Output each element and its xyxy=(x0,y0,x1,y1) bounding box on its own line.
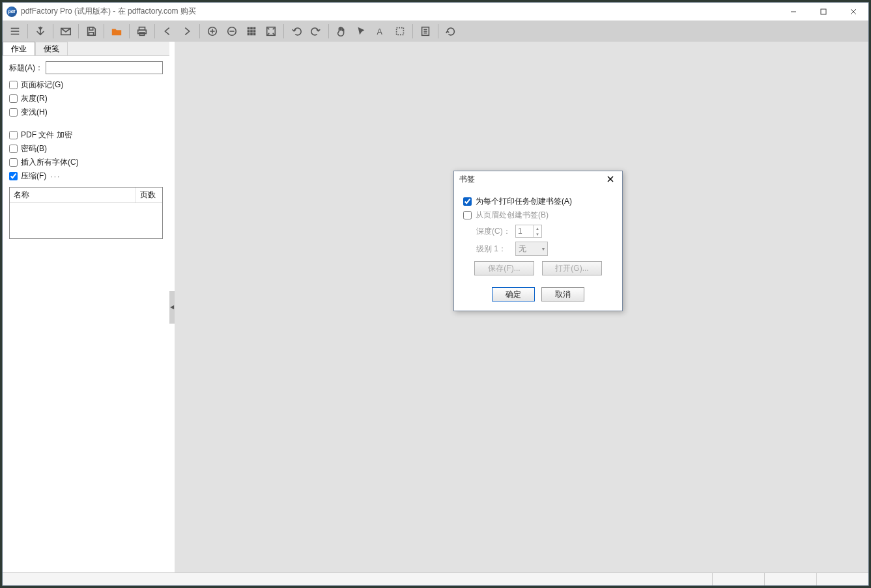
refresh-icon[interactable] xyxy=(441,22,461,40)
dialog-titlebar[interactable]: 书签 xyxy=(454,171,622,187)
app-icon: pdf xyxy=(7,7,17,17)
depth-spinner[interactable]: ▲▼ xyxy=(515,225,542,238)
zoom-in-icon[interactable] xyxy=(203,22,222,40)
spin-up-icon[interactable]: ▲ xyxy=(534,225,541,231)
compress-checkbox[interactable]: 压缩(F)··· xyxy=(9,171,163,182)
separator xyxy=(53,24,53,38)
tab-job[interactable]: 作业 xyxy=(3,42,35,55)
dialog-title: 书签 xyxy=(459,174,475,185)
job-panel: 标题(A)： 页面标记(G) 灰度(R) 变浅(H) PDF 文件 加密 密码(… xyxy=(3,56,169,244)
save-icon[interactable] xyxy=(81,22,101,40)
pdf-icon[interactable] xyxy=(31,22,50,40)
mail-icon[interactable] xyxy=(56,22,76,40)
title-field-row: 标题(A)： xyxy=(9,61,163,74)
minimize-button[interactable] xyxy=(778,3,808,21)
separator xyxy=(328,24,329,38)
zoom-out-icon[interactable] xyxy=(222,22,242,40)
svg-rect-20 xyxy=(253,27,256,30)
svg-rect-29 xyxy=(397,28,404,35)
sidebar: 作业 便笺 标题(A)： 页面标记(G) 灰度(R) 变浅(H) PDF 文件 … xyxy=(3,42,169,572)
depth-input[interactable] xyxy=(516,225,533,237)
separator xyxy=(27,24,28,38)
separator xyxy=(199,24,200,38)
svg-rect-19 xyxy=(250,27,253,30)
close-button[interactable] xyxy=(838,3,868,21)
ok-button[interactable]: 确定 xyxy=(492,287,535,301)
back-icon[interactable] xyxy=(158,22,177,40)
separator xyxy=(104,24,104,38)
status-cell-1 xyxy=(712,573,764,585)
sidebar-tabs: 作业 便笺 xyxy=(3,42,169,56)
password-checkbox[interactable]: 密码(B) xyxy=(9,143,163,154)
svg-rect-24 xyxy=(248,33,250,36)
pointer-icon[interactable] xyxy=(351,22,371,40)
separator xyxy=(129,24,130,38)
encrypt-checkbox[interactable]: PDF 文件 加密 xyxy=(9,130,163,141)
separator xyxy=(283,24,284,38)
tab-notes[interactable]: 便笺 xyxy=(35,42,68,55)
gray-checkbox[interactable]: 灰度(R) xyxy=(9,93,163,104)
fade-checkbox[interactable]: 变浅(H) xyxy=(9,107,163,118)
redo-icon[interactable] xyxy=(306,22,326,40)
content-area[interactable]: 书签 为每个打印任务创建书签(A) 从页眉处创建书签(B) 深度(C)： ▲▼ xyxy=(175,42,868,572)
statusbar xyxy=(3,572,868,585)
fit-icon[interactable] xyxy=(261,22,281,40)
svg-rect-11 xyxy=(138,30,147,33)
level-combo[interactable]: 无 ▾ xyxy=(515,242,548,256)
col-name[interactable]: 名称 xyxy=(10,188,136,203)
compress-more-icon[interactable]: ··· xyxy=(50,172,61,181)
page-mark-checkbox[interactable]: 页面标记(G) xyxy=(9,79,163,91)
svg-rect-26 xyxy=(253,33,256,36)
opt-each-job-checkbox[interactable]: 为每个打印任务创建书签(A) xyxy=(463,196,613,207)
dialog-footer: 确定 取消 xyxy=(463,287,613,301)
col-pages[interactable]: 页数 xyxy=(136,188,162,203)
text-icon[interactable]: A xyxy=(371,22,390,40)
spinner-buttons[interactable]: ▲▼ xyxy=(533,225,541,237)
separator xyxy=(154,24,155,38)
bookmark-dialog: 书签 为每个打印任务创建书签(A) 从页眉处创建书签(B) 深度(C)： ▲▼ xyxy=(453,171,623,311)
window-title: pdfFactory Pro (试用版本) - 在 pdffactory.com… xyxy=(21,6,196,17)
svg-rect-18 xyxy=(248,27,250,30)
embed-fonts-checkbox[interactable]: 插入所有字体(C) xyxy=(9,157,163,168)
svg-rect-8 xyxy=(89,27,93,31)
svg-rect-22 xyxy=(250,30,253,33)
open-button[interactable]: 打开(G)... xyxy=(542,261,602,275)
depth-label: 深度(C)： xyxy=(476,226,515,237)
opt-from-header-checkbox[interactable]: 从页眉处创建书签(B) xyxy=(463,210,613,221)
note-icon[interactable] xyxy=(416,22,435,40)
spin-down-icon[interactable]: ▼ xyxy=(534,231,541,237)
list-header: 名称 页数 xyxy=(10,188,162,203)
hand-icon[interactable] xyxy=(332,22,351,40)
level-label: 级别 1： xyxy=(476,244,515,255)
cancel-button[interactable]: 取消 xyxy=(541,287,584,301)
menu-icon[interactable] xyxy=(5,22,25,40)
splitter-handle-icon[interactable]: ◀ xyxy=(169,291,175,324)
grid-icon[interactable] xyxy=(242,22,261,40)
depth-row: 深度(C)： ▲▼ xyxy=(476,225,613,238)
level-row: 级别 1： 无 ▾ xyxy=(476,242,613,256)
svg-rect-21 xyxy=(248,30,250,33)
splitter[interactable]: ◀ xyxy=(169,42,175,572)
undo-icon[interactable] xyxy=(287,22,306,40)
title-input[interactable] xyxy=(46,61,163,74)
separator xyxy=(438,24,438,38)
maximize-button[interactable] xyxy=(808,3,838,21)
title-label: 标题(A)： xyxy=(9,63,43,74)
select-icon[interactable] xyxy=(390,22,410,40)
open-icon[interactable] xyxy=(107,22,126,40)
status-cell-2 xyxy=(764,573,816,585)
body: 作业 便笺 标题(A)： 页面标记(G) 灰度(R) 变浅(H) PDF 文件 … xyxy=(3,42,868,572)
print-icon[interactable] xyxy=(132,22,152,40)
chevron-down-icon: ▾ xyxy=(542,246,545,252)
caption-buttons xyxy=(778,3,868,21)
dialog-close-button[interactable] xyxy=(604,173,617,186)
level-value: 无 xyxy=(519,244,526,255)
dialog-body: 为每个打印任务创建书签(A) 从页眉处创建书签(B) 深度(C)： ▲▼ 级别 … xyxy=(454,187,622,311)
job-list[interactable]: 名称 页数 xyxy=(9,187,163,239)
app-window: pdf pdfFactory Pro (试用版本) - 在 pdffactory… xyxy=(2,2,869,586)
dialog-button-row: 保存(F)... 打开(G)... xyxy=(463,261,613,275)
toolbar: A xyxy=(3,21,868,42)
save-button[interactable]: 保存(F)... xyxy=(474,261,534,275)
svg-rect-23 xyxy=(253,30,256,33)
forward-icon[interactable] xyxy=(177,22,197,40)
